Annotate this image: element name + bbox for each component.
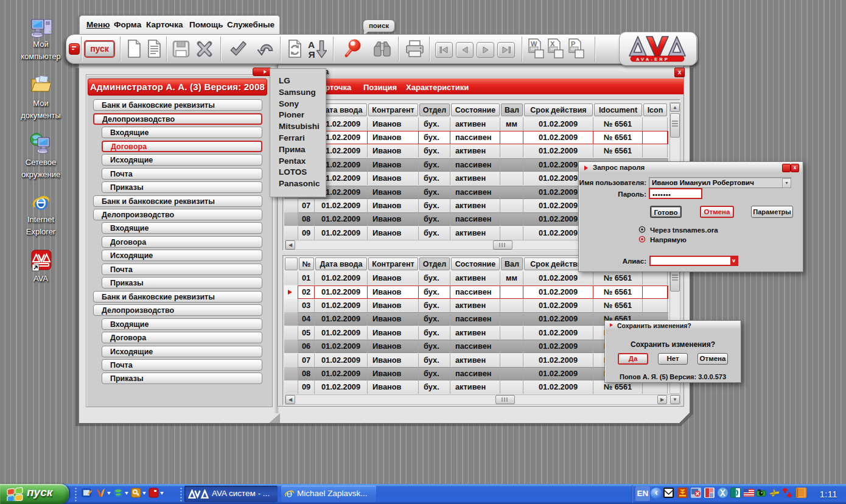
svg-text:P: P (571, 40, 575, 47)
svg-text:А: А (308, 40, 315, 50)
svg-text:Я: Я (309, 49, 315, 60)
svg-text:W: W (531, 40, 537, 47)
svg-text:X: X (550, 40, 555, 47)
svg-text:AVA-ERP: AVA-ERP (636, 57, 669, 62)
